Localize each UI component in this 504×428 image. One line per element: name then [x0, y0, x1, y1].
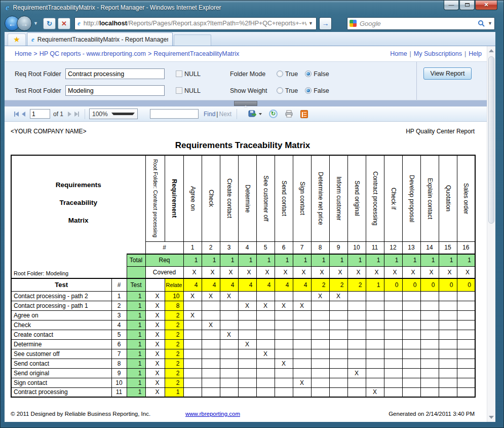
zoom-select[interactable]: 100%: [89, 109, 138, 119]
active-tab[interactable]: e RequirementTraceabilityMatrix - Report…: [27, 32, 173, 46]
test-header-cell: Test: [11, 278, 111, 291]
null-checkbox-2[interactable]: [176, 87, 182, 94]
trace-mark-cell: [384, 291, 402, 301]
folder-mode-true-radio[interactable]: [277, 70, 283, 77]
req-number-cell: 10: [347, 241, 366, 254]
breadcrumb-report-link[interactable]: RequirementTraceabilityMatrix: [153, 50, 239, 57]
scroll-thumb[interactable]: [488, 56, 494, 224]
home-link[interactable]: Home: [390, 50, 407, 57]
trace-mark-cell: [402, 339, 420, 349]
trace-mark-cell: [256, 339, 275, 349]
trace-mark-cell: [402, 349, 420, 359]
trace-mark-cell: [439, 310, 457, 320]
trace-mark-cell: [439, 301, 457, 310]
collapse-handle[interactable]: [234, 101, 257, 106]
scroll-up-icon[interactable]: [489, 49, 494, 52]
covered-mark-cell: X: [457, 266, 475, 278]
null-checkbox-1[interactable]: [176, 70, 182, 77]
breadcrumb-folder-link[interactable]: HP QC reports - www.rbreporting.com: [40, 50, 146, 57]
req-total-cell: 1: [238, 254, 256, 266]
covered-mark-cell: X: [202, 266, 220, 278]
search-dropdown-icon[interactable]: ▼: [488, 21, 492, 26]
req-col-header: Agree on: [183, 155, 202, 241]
find-link[interactable]: Find: [204, 111, 215, 118]
req-number-cell: 6: [275, 241, 293, 254]
search-box[interactable]: Google ▼: [347, 17, 495, 30]
rbreporting-link[interactable]: www.rbreporting.com: [185, 411, 240, 417]
maximize-button[interactable]: [459, 1, 475, 10]
total-spacer-cell: [127, 266, 145, 278]
folder-mode-label: Folder Mode: [230, 70, 269, 78]
refresh-report-button[interactable]: ↻: [269, 110, 278, 118]
trace-mark-cell: X: [347, 368, 366, 378]
new-tab-stub[interactable]: [174, 34, 211, 46]
trace-mark-cell: [457, 368, 475, 378]
close-button[interactable]: ✕: [475, 1, 497, 10]
print-button[interactable]: [285, 110, 293, 118]
refresh-icon: ↻: [47, 20, 52, 27]
show-weight-true-radio[interactable]: [277, 87, 283, 94]
go-button[interactable]: →: [319, 17, 332, 30]
trace-mark-cell: [457, 310, 475, 320]
stop-button[interactable]: ✕: [58, 18, 70, 29]
trace-mark-cell: [329, 359, 347, 368]
test-number-cell: 2: [111, 301, 127, 310]
trace-mark-cell: [311, 301, 329, 310]
help-link[interactable]: Help: [469, 50, 482, 57]
favorites-button[interactable]: ★: [8, 33, 26, 46]
test-relate-cell: 2: [165, 339, 183, 349]
trace-mark-cell: [384, 320, 402, 330]
trace-mark-cell: [275, 291, 293, 301]
show-weight-false-radio[interactable]: [305, 87, 312, 94]
folder-mode-false-radio[interactable]: [305, 70, 312, 77]
my-subscriptions-link[interactable]: My Subscriptions: [414, 50, 462, 57]
test-number-cell: 8: [111, 359, 127, 368]
google-icon: [350, 20, 357, 27]
req-col-header: Explain contact: [420, 155, 439, 241]
trace-mark-cell: [420, 349, 439, 359]
req-total-cell: 1: [256, 254, 275, 266]
covered-label-cell: Covered: [145, 266, 183, 278]
address-bar[interactable]: e http://localhost/Reports/Pages/Report.…: [74, 17, 317, 30]
requirement-header: Requirement: [165, 155, 183, 241]
url-host: localhost: [99, 20, 127, 27]
search-icon[interactable]: [478, 20, 485, 27]
find-input[interactable]: [150, 109, 199, 119]
page-number-input[interactable]: [30, 109, 50, 119]
req-total-cell: 1: [293, 254, 311, 266]
find-next-link[interactable]: Next: [219, 111, 231, 118]
trace-mark-cell: [311, 378, 329, 387]
test-total-cell: 1: [127, 320, 145, 330]
vertical-scrollbar[interactable]: [487, 46, 495, 422]
refresh-button[interactable]: ↻: [43, 18, 56, 29]
trace-mark-cell: [439, 387, 457, 397]
first-page-button[interactable]: [14, 112, 19, 117]
test-root-folder-input[interactable]: [65, 85, 165, 96]
minimize-button[interactable]: —: [444, 1, 459, 10]
last-page-button[interactable]: [74, 112, 79, 117]
trace-mark-cell: [275, 339, 293, 349]
covered-mark-cell: X: [293, 266, 311, 278]
forward-button[interactable]: →: [17, 16, 32, 31]
history-dropdown-icon[interactable]: ▼: [33, 21, 38, 26]
trace-mark-cell: [329, 339, 347, 349]
breadcrumb-home-link[interactable]: Home: [15, 50, 31, 57]
trace-mark-cell: [457, 378, 475, 387]
trace-mark-cell: [420, 320, 439, 330]
address-dropdown-icon[interactable]: ▼: [306, 21, 315, 26]
trace-mark-cell: [402, 368, 420, 378]
data-feed-button[interactable]: [300, 110, 308, 118]
trace-mark-cell: [439, 359, 457, 368]
trace-mark-cell: [256, 359, 275, 368]
req-total-cell: 1: [220, 254, 238, 266]
scroll-down-icon[interactable]: [489, 416, 494, 419]
trace-mark-cell: [311, 339, 329, 349]
next-page-button[interactable]: [68, 112, 71, 117]
test-relate-cell: 2: [165, 349, 183, 359]
company-name: <YOUR COMPANY NAME>: [11, 128, 87, 135]
previous-page-button[interactable]: [22, 112, 25, 117]
view-report-button[interactable]: View Report: [423, 67, 472, 80]
req-root-folder-input[interactable]: [65, 68, 165, 79]
export-button[interactable]: [248, 110, 262, 118]
trace-mark-cell: X: [293, 301, 311, 310]
